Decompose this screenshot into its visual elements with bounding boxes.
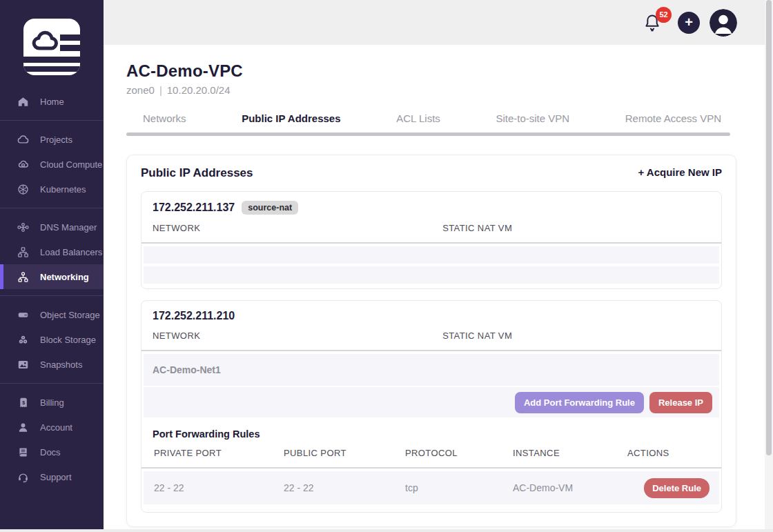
sidebar-divider [0,120,104,121]
object-storage-icon [17,308,30,322]
column-header-private-port: PRIVATE PORT [154,448,284,458]
cloud-compute-icon [17,158,30,171]
network-name: AC-Demo-Net1 [153,364,442,375]
sidebar-item-label: Projects [40,135,72,145]
column-header-actions: ACTIONS [627,448,710,458]
svg-text:$: $ [22,400,25,405]
card-title: Public IP Addresses [141,166,253,180]
sidebar-item-label: Billing [40,397,64,408]
sidebar-item-label: Load Balancers [40,247,102,257]
public-ip-card: Public IP Addresses + Acquire New IP 172… [126,155,736,527]
load-balancers-icon [17,246,30,259]
page-subtitle: zone0|10.20.20.0/24 [126,84,736,96]
billing-icon: $ [17,396,30,409]
main-content: AC-Demo-VPC zone0|10.20.20.0/24 Networks… [104,45,756,529]
column-header-public-port: PUBLIC PORT [284,448,405,458]
private-port-value: 22 - 22 [154,482,284,493]
tab-public-ip-addresses[interactable]: Public IP Addresses [242,112,340,124]
sidebar-divider [0,383,104,384]
home-icon [17,95,30,108]
vertical-scrollbar-thumb[interactable] [766,0,772,455]
sidebar-item-label: Snapshots [40,359,82,370]
projects-icon [17,133,30,146]
ip-address: 172.252.211.137 [153,201,235,214]
column-header-network: NETWORK [153,331,442,341]
cidr-label: 10.20.20.0/24 [167,84,231,96]
ip-actions-row: Add Port Forwarding Rule Release IP [144,387,719,417]
sidebar-item-label: Home [40,97,64,107]
sidebar-item-block-storage[interactable]: Block Storage [0,327,104,352]
add-port-forwarding-rule-button[interactable]: Add Port Forwarding Rule [515,392,644,413]
kubernetes-icon [17,183,30,196]
tab-site-to-site-vpn[interactable]: Site-to-site VPN [496,112,569,124]
sidebar-item-dns-manager[interactable]: DNS Manager [0,215,104,239]
tab-acl-lists[interactable]: ACL Lists [396,112,440,124]
delete-rule-button[interactable]: Delete Rule [644,478,710,498]
port-forwarding-rules-title: Port Forwarding Rules [153,428,710,440]
sidebar-item-label: Kubernetes [40,184,86,195]
create-new-button[interactable]: + [678,12,700,34]
sidebar-item-label: Docs [40,447,61,457]
ip-block-header: 172.252.211.210 [141,301,721,322]
release-ip-button[interactable]: Release IP [649,392,712,413]
sidebar-item-label: Account [40,422,72,433]
user-avatar[interactable] [710,9,737,37]
column-header-static-nat-vm: STATIC NAT VM [442,331,710,341]
account-icon [17,421,30,434]
sidebar-item-label: Cloud Compute [40,159,102,170]
sidebar-item-cloud-compute[interactable]: Cloud Compute [0,152,104,177]
table-row [144,266,719,284]
sidebar-item-snapshots[interactable]: Snapshots [0,352,104,377]
sidebar-item-label: Support [40,472,72,482]
ip-block-header: 172.252.211.137 source-nat [141,192,721,215]
tab-scrollbar[interactable] [126,132,730,136]
tab-remote-access-vpn[interactable]: Remote Access VPN [625,112,721,124]
sidebar-divider [0,208,104,208]
vertical-scrollbar[interactable] [765,0,773,529]
ip-address: 172.252.211.210 [153,310,235,322]
protocol-value: tcp [405,482,513,493]
sidebar-item-home[interactable]: Home [0,89,104,114]
page-header: AC-Demo-VPC zone0|10.20.20.0/24 [126,45,736,96]
ip-block-137: 172.252.211.137 source-nat NETWORK STATI… [141,191,722,289]
cloud-brand-icon [23,19,80,75]
page-title: AC-Demo-VPC [126,61,736,81]
tab-bar: Networks Public IP Addresses ACL Lists S… [126,112,736,124]
sidebar-item-support[interactable]: Support [0,464,104,489]
table-row: AC-Demo-Net1 [144,354,719,386]
sidebar-nav: Home Projects Cloud Compute Kubernet [0,89,104,489]
brand-logo[interactable] [23,19,80,75]
sidebar-item-account[interactable]: Account [0,415,104,440]
block-storage-icon [17,333,30,346]
user-icon [710,9,737,37]
column-header-protocol: PROTOCOL [405,448,513,458]
sidebar-item-billing[interactable]: $ Billing [0,390,104,415]
sidebar-item-networking[interactable]: Networking [0,264,104,289]
network-table-headers: NETWORK STATIC NAT VM [141,322,721,351]
sidebar-divider [0,295,104,296]
notifications-button[interactable]: 52 [643,13,661,32]
horizontal-scrollbar[interactable] [0,529,773,532]
ip-block-210: 172.252.211.210 NETWORK STATIC NAT VM AC… [141,300,722,513]
plus-icon: + [685,15,693,29]
subtitle-separator: | [159,84,162,96]
instance-value: AC-Demo-VM [513,482,627,493]
docs-icon [17,446,30,459]
sidebar-item-kubernetes[interactable]: Kubernetes [0,177,104,201]
sidebar-item-label: DNS Manager [40,222,97,233]
sidebar-item-load-balancers[interactable]: Load Balancers [0,239,104,264]
sidebar-item-object-storage[interactable]: Object Storage [0,302,104,327]
sidebar-item-label: Object Storage [40,310,100,320]
acquire-new-ip-button[interactable]: + Acquire New IP [638,166,722,178]
sidebar-item-projects[interactable]: Projects [0,127,104,152]
sidebar: Home Projects Cloud Compute Kubernet [0,0,104,529]
port-forwarding-table-headers: PRIVATE PORT PUBLIC PORT PROTOCOL INSTAN… [141,440,721,469]
sidebar-item-docs[interactable]: Docs [0,440,104,464]
app-window: Home Projects Cloud Compute Kubernet [0,0,773,532]
sidebar-item-label: Block Storage [40,335,96,345]
network-table-headers: NETWORK STATIC NAT VM [141,215,721,244]
column-header-network: NETWORK [153,223,442,233]
source-nat-badge: source-nat [242,201,298,215]
table-row [144,246,719,264]
tab-networks[interactable]: Networks [143,112,186,124]
